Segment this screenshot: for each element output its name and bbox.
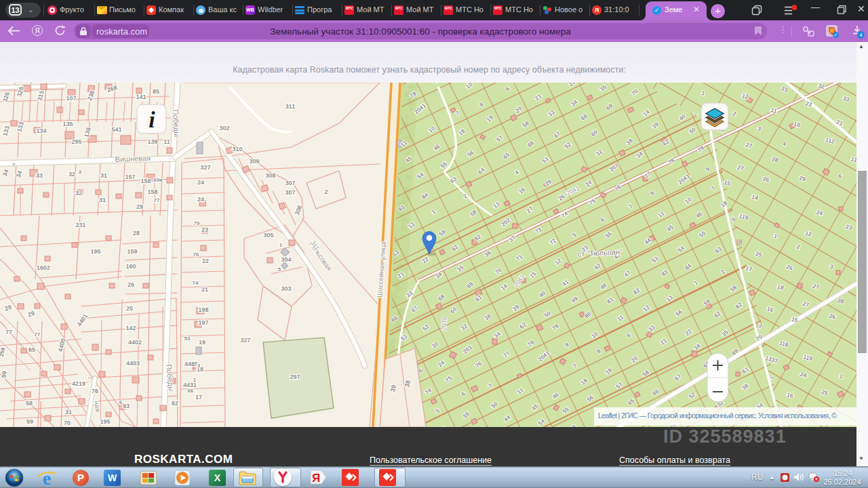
- svg-text:1: 1: [279, 242, 283, 248]
- svg-text:32: 32: [68, 171, 75, 178]
- svg-text:24: 24: [197, 179, 204, 186]
- svg-text:74: 74: [193, 280, 199, 286]
- svg-text:66: 66: [188, 388, 194, 394]
- svg-text:85: 85: [153, 88, 159, 95]
- svg-text:158: 158: [140, 178, 151, 184]
- svg-text:25: 25: [126, 305, 133, 312]
- svg-text:19: 19: [199, 339, 205, 346]
- svg-text:1: 1: [193, 377, 197, 383]
- svg-text:76: 76: [193, 251, 199, 258]
- svg-text:53: 53: [184, 336, 191, 342]
- svg-text:24: 24: [197, 196, 204, 203]
- svg-text:302: 302: [219, 125, 229, 131]
- svg-text:158: 158: [147, 188, 157, 195]
- svg-text:70: 70: [64, 420, 71, 426]
- svg-text:303: 303: [281, 285, 291, 292]
- svg-text:21: 21: [201, 286, 208, 293]
- svg-text:195: 195: [90, 248, 100, 255]
- svg-text:Победы: Победы: [172, 109, 181, 137]
- svg-text:Leaflet | 2ГИС — Городской инф: Leaflet | 2ГИС — Городской информационны…: [598, 411, 837, 420]
- svg-text:43: 43: [123, 403, 130, 409]
- svg-text:142: 142: [125, 325, 136, 331]
- svg-text:22: 22: [202, 258, 209, 264]
- svg-text:327: 327: [200, 164, 210, 171]
- svg-text:4403: 4403: [126, 360, 140, 367]
- svg-text:307: 307: [285, 189, 295, 196]
- svg-text:135: 135: [62, 121, 73, 127]
- svg-text:4219: 4219: [72, 380, 85, 387]
- svg-text:231: 231: [75, 222, 85, 228]
- svg-text:3: 3: [197, 363, 201, 369]
- svg-text:33: 33: [36, 172, 43, 179]
- svg-text:160: 160: [125, 263, 136, 270]
- svg-text:197: 197: [198, 319, 208, 326]
- svg-text:139: 139: [147, 138, 157, 145]
- svg-text:76: 76: [92, 388, 98, 394]
- svg-text:4402: 4402: [128, 339, 142, 346]
- svg-text:23: 23: [201, 226, 208, 233]
- svg-text:17: 17: [195, 394, 202, 401]
- svg-text:2039: 2039: [440, 317, 448, 331]
- svg-text:e: e: [43, 468, 51, 487]
- svg-text:310: 310: [232, 146, 242, 152]
- svg-text:198: 198: [198, 306, 208, 313]
- svg-text:295: 295: [71, 138, 81, 145]
- svg-text:308: 308: [265, 172, 275, 179]
- svg-text:29: 29: [136, 203, 143, 210]
- svg-text:134: 134: [36, 127, 46, 134]
- svg-text:4485: 4485: [184, 361, 198, 367]
- svg-text:107: 107: [66, 95, 76, 102]
- svg-text:65: 65: [28, 346, 35, 353]
- svg-text:62: 62: [172, 400, 178, 407]
- svg-text:7: 7: [12, 162, 16, 168]
- svg-text:1602: 1602: [37, 264, 50, 271]
- svg-text:59: 59: [26, 418, 33, 425]
- svg-text:69а: 69а: [153, 177, 163, 183]
- svg-text:541: 541: [111, 126, 121, 133]
- svg-text:311: 311: [285, 103, 296, 110]
- svg-text:327: 327: [240, 337, 250, 344]
- svg-text:31: 31: [65, 409, 72, 415]
- svg-text:99: 99: [0, 371, 8, 379]
- svg-text:77: 77: [35, 331, 41, 338]
- svg-text:297: 297: [290, 373, 300, 380]
- svg-text:58: 58: [26, 400, 33, 407]
- svg-text:11: 11: [163, 138, 170, 145]
- svg-text:79: 79: [194, 220, 200, 226]
- svg-text:32: 32: [75, 190, 82, 197]
- svg-text:3: 3: [79, 169, 82, 175]
- svg-text:307: 307: [285, 180, 295, 186]
- svg-text:31: 31: [100, 172, 107, 179]
- svg-text:141: 141: [136, 94, 146, 100]
- svg-text:304: 304: [281, 256, 291, 263]
- svg-text:28: 28: [133, 230, 140, 237]
- svg-text:2: 2: [324, 188, 328, 195]
- svg-text:i: i: [149, 107, 155, 132]
- svg-text:305: 305: [263, 232, 273, 239]
- svg-text:Вишневая: Вишневая: [115, 154, 151, 163]
- svg-text:77: 77: [5, 329, 12, 336]
- svg-text:26: 26: [127, 281, 134, 288]
- svg-text:77: 77: [154, 197, 160, 203]
- svg-text:Я: Я: [312, 472, 320, 485]
- svg-text:31: 31: [99, 197, 106, 203]
- svg-text:309: 309: [249, 158, 259, 165]
- svg-text:195: 195: [100, 418, 110, 425]
- svg-text:6: 6: [119, 399, 123, 405]
- svg-text:157: 157: [125, 174, 135, 180]
- svg-text:5: 5: [278, 266, 281, 272]
- svg-text:159: 159: [127, 248, 137, 255]
